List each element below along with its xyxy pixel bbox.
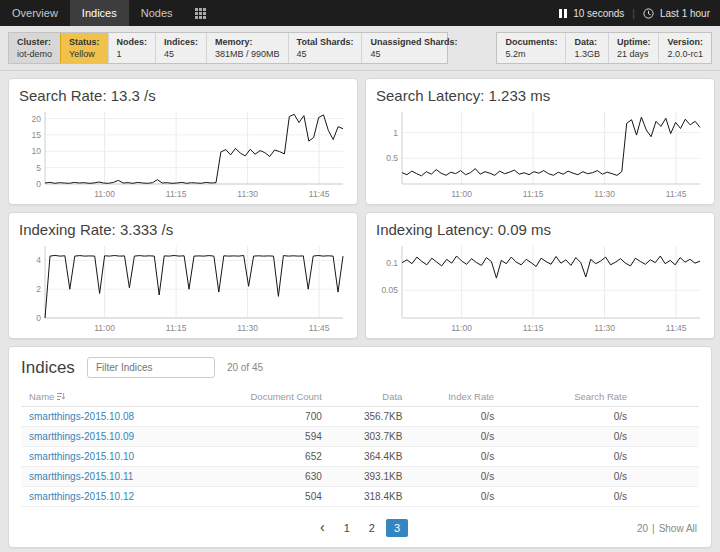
svg-text:11:45: 11:45 xyxy=(666,323,687,333)
cluster-stat-label: Version: xyxy=(667,36,703,48)
page-button-1[interactable]: 1 xyxy=(336,519,358,537)
pagination: ‹ 123 20 | Show All xyxy=(21,517,699,539)
charts-grid: Search Rate: 13.3 /s 11:0011:1511:3011:4… xyxy=(0,71,720,346)
chart-panel: Indexing Latency: 0.09 ms 11:0011:1511:3… xyxy=(365,212,715,339)
index-link[interactable]: smartthings-2015.10.10 xyxy=(29,451,134,462)
svg-text:11:30: 11:30 xyxy=(237,189,258,199)
time-range-label[interactable]: Last 1 hour xyxy=(660,8,710,19)
svg-text:0: 0 xyxy=(36,179,41,189)
indices-title: Indices xyxy=(21,358,75,378)
svg-text:11:45: 11:45 xyxy=(309,323,330,333)
data-size-cell: 393.1KB xyxy=(330,467,411,487)
cluster-stat-data: Data:1.3GB xyxy=(565,33,608,63)
cluster-stat-value: 45 xyxy=(164,48,198,60)
index-name-cell: smartthings-2015.10.10 xyxy=(21,447,200,467)
svg-text:11:30: 11:30 xyxy=(594,323,615,333)
svg-text:0: 0 xyxy=(36,313,41,323)
cluster-stat-total-shards: Total Shards:45 xyxy=(288,33,362,63)
column-header-data[interactable]: Data xyxy=(330,387,411,407)
table-row: smartthings-2015.10.12504318.4KB0/s0/s xyxy=(21,487,699,507)
svg-text:0.1: 0.1 xyxy=(386,258,398,268)
cluster-stat-label: Status: xyxy=(69,36,100,48)
svg-text:0.05: 0.05 xyxy=(381,286,398,296)
cluster-stat-value: iot-demo xyxy=(17,48,52,60)
cluster-stat-value: 381MB / 990MB xyxy=(215,48,280,60)
pause-button[interactable] xyxy=(559,9,567,18)
chart-title: Indexing Latency: 0.09 ms xyxy=(376,221,704,238)
svg-text:11:15: 11:15 xyxy=(523,189,544,199)
cluster-stat-label: Uptime: xyxy=(617,36,651,48)
cluster-stats-bar: Cluster:iot-demoStatus:YellowNodes:1Indi… xyxy=(0,26,720,71)
data-size-cell: 364.4KB xyxy=(330,447,411,467)
tab-nodes[interactable]: Nodes xyxy=(129,0,185,26)
svg-text:0.5: 0.5 xyxy=(386,154,398,164)
chart-panel: Indexing Rate: 3.333 /s 11:0011:1511:301… xyxy=(8,212,358,339)
svg-text:5: 5 xyxy=(36,163,41,173)
cluster-stat-value: 21 days xyxy=(617,48,651,60)
search-rate-cell: 0/s xyxy=(502,447,699,467)
column-header-name[interactable]: Name xyxy=(21,387,200,407)
indices-count: 20 of 45 xyxy=(227,362,263,373)
line-chart[interactable]: 11:0011:1511:3011:45024 xyxy=(19,240,347,336)
line-chart[interactable]: 11:0011:1511:3011:450.51 xyxy=(376,106,704,202)
cluster-stat-label: Nodes: xyxy=(117,36,148,48)
svg-text:4: 4 xyxy=(36,256,41,266)
svg-text:1: 1 xyxy=(393,128,398,138)
tab-overview[interactable]: Overview xyxy=(0,0,70,26)
cluster-stat-indices: Indices:45 xyxy=(155,33,206,63)
svg-text:11:30: 11:30 xyxy=(237,323,258,333)
topbar-separator: | xyxy=(630,8,637,19)
index-link[interactable]: smartthings-2015.10.11 xyxy=(29,471,133,482)
index-link[interactable]: smartthings-2015.10.09 xyxy=(29,431,134,442)
cluster-stat-cluster: Cluster:iot-demo xyxy=(9,33,60,63)
search-rate-cell: 0/s xyxy=(502,487,699,507)
pagination-summary: 20 | Show All xyxy=(637,523,697,534)
indices-panel: Indices 20 of 45 Name Docume xyxy=(8,346,712,548)
indices-table-body: smartthings-2015.10.08700356.7KB0/s0/ssm… xyxy=(21,407,699,507)
apps-grid-button[interactable] xyxy=(185,0,216,26)
index-link[interactable]: smartthings-2015.10.08 xyxy=(29,411,134,422)
svg-text:11:15: 11:15 xyxy=(166,189,187,199)
index-link[interactable]: smartthings-2015.10.12 xyxy=(29,491,134,502)
line-chart[interactable]: 11:0011:1511:3011:450.050.1 xyxy=(376,240,704,336)
data-size-cell: 303.7KB xyxy=(330,427,411,447)
column-header-name-label: Name xyxy=(29,391,54,402)
filter-indices-input[interactable] xyxy=(87,357,215,378)
show-all-link[interactable]: Show All xyxy=(659,523,697,534)
data-size-cell: 318.4KB xyxy=(330,487,411,507)
cluster-stat-value: Yellow xyxy=(69,48,100,60)
cluster-stat-label: Total Shards: xyxy=(297,36,354,48)
svg-text:20: 20 xyxy=(32,114,42,124)
pagination-total: 20 xyxy=(637,523,648,534)
column-header-index-rate[interactable]: Index Rate xyxy=(410,387,502,407)
tab-indices[interactable]: Indices xyxy=(70,0,129,26)
prev-page-button[interactable]: ‹ xyxy=(312,520,333,536)
column-header-doc-count[interactable]: Document Count xyxy=(200,387,329,407)
page-button-3[interactable]: 3 xyxy=(386,519,408,537)
refresh-interval-label[interactable]: 10 seconds xyxy=(573,8,624,19)
table-row: smartthings-2015.10.08700356.7KB0/s0/s xyxy=(21,407,699,427)
line-chart[interactable]: 11:0011:1511:3011:4505101520 xyxy=(19,106,347,202)
cluster-stat-value: 45 xyxy=(370,48,439,60)
index-name-cell: smartthings-2015.10.11 xyxy=(21,467,200,487)
svg-text:11:00: 11:00 xyxy=(94,189,115,199)
cluster-stat-version: Version:2.0.0-rc1 xyxy=(658,33,711,63)
table-header-row: Name Document Count Data Index Rate Sear… xyxy=(21,387,699,407)
table-row: smartthings-2015.10.10652364.4KB0/s0/s xyxy=(21,447,699,467)
cluster-stats-left: Cluster:iot-demoStatus:YellowNodes:1Indi… xyxy=(8,32,448,64)
cluster-stat-label: Indices: xyxy=(164,36,198,48)
indices-header: Indices 20 of 45 xyxy=(21,357,699,378)
index-name-cell: smartthings-2015.10.12 xyxy=(21,487,200,507)
page-button-2[interactable]: 2 xyxy=(361,519,383,537)
cluster-stat-status: Status:Yellow xyxy=(60,33,108,63)
cluster-stat-unassigned-shards: Unassigned Shards:45 xyxy=(361,33,447,63)
column-header-search-rate[interactable]: Search Rate xyxy=(502,387,699,407)
svg-text:11:30: 11:30 xyxy=(594,189,615,199)
index-rate-cell: 0/s xyxy=(410,447,502,467)
table-row: smartthings-2015.10.09594303.7KB0/s0/s xyxy=(21,427,699,447)
apps-grid-icon xyxy=(195,8,206,19)
index-rate-cell: 0/s xyxy=(410,487,502,507)
cluster-stat-uptime: Uptime:21 days xyxy=(608,33,659,63)
cluster-stat-value: 2.0.0-rc1 xyxy=(667,48,703,60)
chart-title: Indexing Rate: 3.333 /s xyxy=(19,221,347,238)
